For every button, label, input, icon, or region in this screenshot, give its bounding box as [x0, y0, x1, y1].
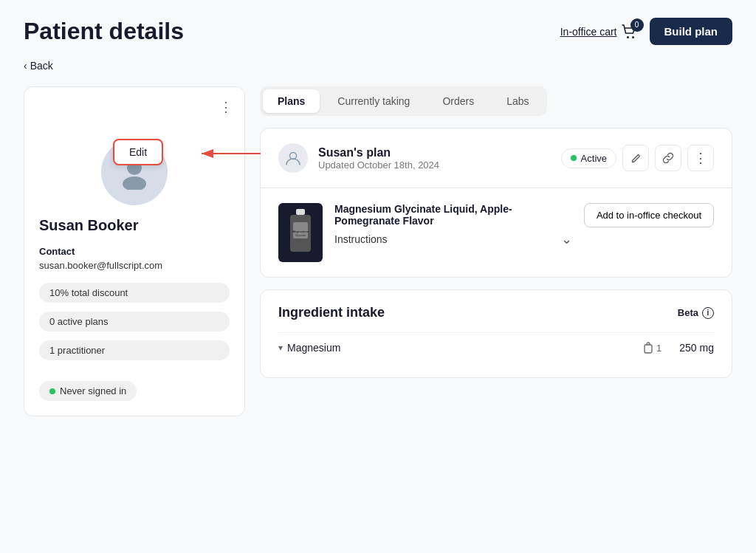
- edit-plan-button[interactable]: [622, 145, 649, 171]
- svg-text:Glycinate: Glycinate: [295, 234, 306, 237]
- active-dot-icon: [571, 155, 577, 161]
- plan-actions: Active: [561, 145, 714, 171]
- status-dot-icon: [49, 388, 55, 394]
- ingredient-card: Ingredient intake Beta i ▾ Magnesium: [260, 289, 732, 378]
- dosage-count: 1: [643, 342, 662, 354]
- edit-label: Edit: [129, 146, 147, 158]
- sign-in-status-badge: Never signed in: [39, 381, 137, 401]
- ingredient-title: Ingredient intake: [278, 305, 385, 320]
- svg-point-5: [123, 176, 146, 190]
- in-office-cart-label: In-office cart: [560, 26, 617, 38]
- add-to-checkout-button[interactable]: Add to in-office checkout: [584, 203, 714, 227]
- edit-arrow: [198, 146, 264, 163]
- product-section: Magnesium Glycinate Magnesium Glycinate …: [261, 188, 732, 277]
- dosage-icon: [643, 342, 653, 354]
- right-panel: Plans Currently taking Orders Labs Susan…: [260, 86, 732, 416]
- svg-text:Magnesium: Magnesium: [292, 230, 309, 233]
- ingredient-amount: 250 mg: [679, 342, 714, 354]
- product-image: Magnesium Glycinate: [278, 203, 323, 262]
- cart-badge: 0: [630, 18, 644, 32]
- three-dot-icon: ⋮: [694, 150, 708, 166]
- plan-updated: Updated October 18th, 2024: [318, 159, 551, 171]
- svg-point-0: [627, 36, 629, 38]
- instructions-expand-icon[interactable]: ⌄: [561, 231, 572, 247]
- back-link[interactable]: ‹ Back: [24, 60, 732, 72]
- tab-orders[interactable]: Orders: [427, 89, 489, 113]
- tabs-bar: Plans Currently taking Orders Labs: [260, 86, 547, 116]
- patient-email: susan.booker@fullscript.com: [39, 260, 230, 271]
- plan-status-badge: Active: [561, 148, 616, 168]
- build-plan-button[interactable]: Build plan: [650, 18, 733, 45]
- patient-card: ⋮ Edit: [24, 86, 245, 416]
- ingredient-row: ▾ Magnesium 1 250 mg: [278, 332, 714, 363]
- page-title: Patient details: [24, 18, 184, 45]
- status-label: Never signed in: [60, 385, 126, 396]
- ingredient-name: Magnesium: [287, 342, 340, 354]
- tab-currently-taking[interactable]: Currently taking: [323, 89, 425, 113]
- dosage-count-value: 1: [656, 343, 662, 354]
- bottle-icon: Magnesium Glycinate: [287, 209, 314, 256]
- beta-badge: Beta i: [678, 307, 714, 319]
- plan-avatar: [278, 143, 308, 173]
- svg-point-6: [290, 153, 297, 159]
- in-office-cart-button[interactable]: In-office cart 0: [560, 24, 638, 39]
- copy-link-button[interactable]: [655, 145, 681, 171]
- ingredient-expand[interactable]: ▾ Magnesium: [278, 342, 643, 354]
- active-plans-badge: 0 active plans: [39, 312, 230, 332]
- product-info: Magnesium Glycinate Liquid, Apple-Pomegr…: [334, 203, 572, 247]
- back-label: Back: [30, 60, 53, 72]
- chevron-down-icon: ▾: [278, 343, 283, 353]
- instructions-label: Instructions: [334, 233, 388, 245]
- plan-more-button[interactable]: ⋮: [687, 145, 714, 171]
- patient-name: Susan Booker: [39, 217, 230, 234]
- svg-point-1: [632, 36, 634, 38]
- plan-info: Susan's plan Updated October 18th, 2024: [318, 146, 551, 171]
- back-arrow-icon: ‹: [24, 60, 27, 72]
- ingredient-header: Ingredient intake Beta i: [278, 305, 714, 320]
- info-icon[interactable]: i: [702, 307, 714, 319]
- practitioner-badge: 1 practitioner: [39, 340, 230, 360]
- svg-rect-7: [296, 209, 305, 215]
- beta-label: Beta: [678, 307, 698, 318]
- tab-labs[interactable]: Labs: [492, 89, 543, 113]
- product-name: Magnesium Glycinate Liquid, Apple-Pomegr…: [334, 203, 572, 227]
- plan-status-label: Active: [581, 153, 607, 164]
- edit-popup[interactable]: Edit: [113, 139, 163, 165]
- pencil-icon: [630, 153, 642, 164]
- patient-menu-button[interactable]: ⋮: [219, 99, 233, 115]
- person-icon: [285, 150, 301, 166]
- plan-header: Susan's plan Updated October 18th, 2024 …: [261, 128, 732, 188]
- patient-badges: 10% total discount 0 active plans 1 prac…: [39, 283, 230, 366]
- svg-rect-12: [645, 345, 652, 353]
- discount-badge: 10% total discount: [39, 283, 230, 303]
- link-icon: [662, 152, 674, 164]
- plan-name: Susan's plan: [318, 146, 551, 159]
- plan-card: Susan's plan Updated October 18th, 2024 …: [260, 128, 732, 278]
- tab-plans[interactable]: Plans: [263, 89, 320, 113]
- contact-label: Contact: [39, 246, 230, 257]
